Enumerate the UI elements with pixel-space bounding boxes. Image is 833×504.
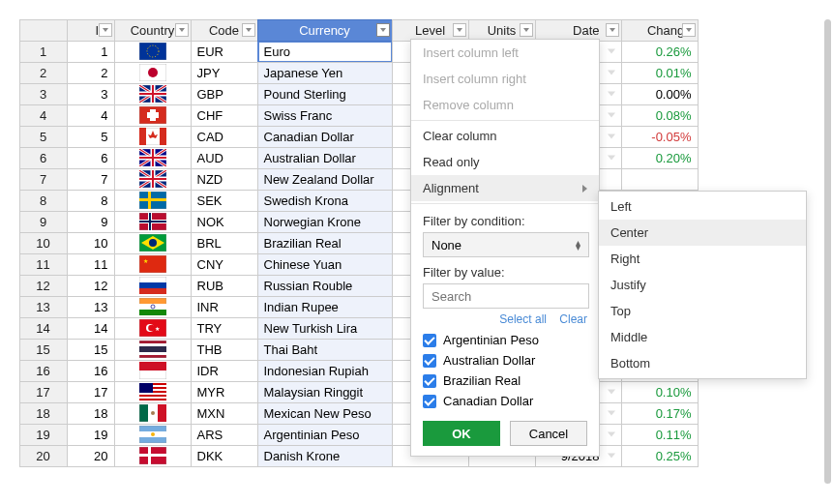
checkbox-checked-icon[interactable] <box>423 334 436 347</box>
cell-id[interactable]: 1 <box>67 41 115 63</box>
checkbox-checked-icon[interactable] <box>423 354 436 368</box>
cell-id[interactable]: 10 <box>67 232 115 254</box>
cell-country[interactable] <box>114 147 192 169</box>
filter-icon[interactable] <box>376 23 390 37</box>
vertical-scrollbar[interactable] <box>824 19 831 484</box>
row-header[interactable]: 2 <box>19 62 68 84</box>
cell-country[interactable] <box>114 381 192 403</box>
checkbox-checked-icon[interactable] <box>423 374 436 388</box>
menu-clear-column[interactable]: Clear column <box>411 123 599 149</box>
cell-country[interactable] <box>114 126 192 148</box>
cell-code[interactable]: NZD <box>191 168 258 191</box>
row-header[interactable]: 17 <box>19 381 68 403</box>
cell-change[interactable] <box>621 168 699 191</box>
cell-code[interactable]: AUD <box>191 147 258 169</box>
cell-country[interactable] <box>114 296 192 318</box>
row-header[interactable]: 13 <box>19 296 68 318</box>
cell-id[interactable]: 20 <box>67 445 115 467</box>
cell-country[interactable] <box>114 104 192 127</box>
cell-code[interactable]: DKK <box>191 445 258 467</box>
row-header[interactable]: 5 <box>19 126 68 148</box>
cell-change[interactable]: 0.01% <box>621 62 699 84</box>
cell-country[interactable]: ★ <box>114 317 192 340</box>
filter-icon[interactable] <box>606 23 619 37</box>
ok-button[interactable]: OK <box>423 421 500 446</box>
cell-code[interactable]: NOK <box>191 211 258 233</box>
header-id[interactable]: ID <box>67 19 115 42</box>
cell-id[interactable]: 17 <box>67 381 115 403</box>
cell-code[interactable]: JPY <box>191 62 258 84</box>
row-header[interactable]: 19 <box>19 424 68 446</box>
cell-id[interactable]: 11 <box>67 253 115 276</box>
cell-currency[interactable]: New Turkish Lira <box>257 317 393 340</box>
chevron-down-icon[interactable] <box>608 49 615 54</box>
corner-cell[interactable] <box>19 19 68 42</box>
filter-icon[interactable] <box>99 23 112 37</box>
cell-code[interactable]: ARS <box>191 424 258 446</box>
cell-id[interactable]: 12 <box>67 275 115 297</box>
cell-id[interactable]: 5 <box>67 126 115 148</box>
cell-currency[interactable]: Russian Rouble <box>257 275 393 297</box>
cell-id[interactable]: 18 <box>67 402 115 425</box>
cell-change[interactable]: 0.20% <box>621 147 699 169</box>
menu-read-only[interactable]: Read only <box>411 149 599 175</box>
cell-change[interactable]: -0.05% <box>621 126 699 148</box>
cell-id[interactable]: 19 <box>67 424 115 446</box>
chevron-down-icon[interactable] <box>608 156 615 161</box>
cell-country[interactable] <box>114 83 192 105</box>
filter-icon[interactable] <box>242 23 255 37</box>
chevron-down-icon[interactable] <box>608 432 615 437</box>
cell-currency[interactable]: Indonesian Rupiah <box>257 360 393 382</box>
filter-check-item[interactable]: Argentinian Peso <box>423 330 587 350</box>
submenu-item-bottom[interactable]: Bottom <box>599 350 806 376</box>
cell-currency[interactable]: Chinese Yuan <box>257 253 393 276</box>
cell-country[interactable] <box>114 445 192 467</box>
filter-check-item[interactable]: Australian Dollar <box>423 350 587 371</box>
cell-code[interactable]: GBP <box>191 83 258 105</box>
cell-change[interactable]: 0.00% <box>621 83 699 105</box>
filter-icon[interactable] <box>175 23 189 37</box>
filter-condition-select[interactable]: None▴▾ <box>423 232 589 257</box>
filter-search-input[interactable] <box>423 283 589 309</box>
cell-country[interactable] <box>114 168 192 191</box>
row-header[interactable]: 11 <box>19 253 68 276</box>
checkbox-checked-icon[interactable] <box>423 395 436 408</box>
cell-currency[interactable]: Euro <box>257 41 393 63</box>
filter-check-item[interactable]: Canadian Dollar <box>423 391 587 411</box>
cell-currency[interactable]: Swiss Franc <box>257 104 393 127</box>
filter-icon[interactable] <box>682 23 696 37</box>
menu-insert-left[interactable]: Insert column left <box>411 40 599 66</box>
cell-change[interactable]: 0.17% <box>621 402 699 425</box>
cell-change[interactable]: 0.10% <box>621 381 699 403</box>
cell-country[interactable] <box>114 232 192 254</box>
filter-checklist[interactable]: Argentinian PesoAustralian DollarBrazili… <box>423 330 587 411</box>
submenu-item-middle[interactable]: Middle <box>599 324 806 350</box>
select-all-link[interactable]: Select all <box>499 312 547 326</box>
cell-id[interactable]: 16 <box>67 360 115 382</box>
row-header[interactable]: 12 <box>19 275 68 297</box>
cell-id[interactable]: 6 <box>67 147 115 169</box>
cell-code[interactable]: CNY <box>191 253 258 276</box>
cell-country[interactable] <box>114 275 192 297</box>
cell-code[interactable]: THB <box>191 339 258 361</box>
cell-id[interactable]: 9 <box>67 211 115 233</box>
cell-id[interactable]: 8 <box>67 190 115 212</box>
chevron-down-icon[interactable] <box>608 71 615 75</box>
header-change[interactable]: Change <box>621 19 699 42</box>
menu-remove-column[interactable]: Remove column <box>411 92 599 118</box>
row-header[interactable]: 16 <box>19 360 68 382</box>
cell-currency[interactable]: Danish Krone <box>257 445 393 467</box>
cell-id[interactable]: 4 <box>67 104 115 127</box>
cell-currency[interactable]: Thai Baht <box>257 339 393 361</box>
cell-currency[interactable]: New Zealand Dollar <box>257 168 393 191</box>
cell-change[interactable]: 0.26% <box>621 41 699 63</box>
row-header[interactable]: 9 <box>19 211 68 233</box>
cell-code[interactable]: MXN <box>191 402 258 425</box>
chevron-down-icon[interactable] <box>608 390 615 395</box>
cell-id[interactable]: 13 <box>67 296 115 318</box>
chevron-down-icon[interactable] <box>608 92 615 97</box>
row-header[interactable]: 7 <box>19 168 68 191</box>
row-header[interactable]: 20 <box>19 445 68 467</box>
chevron-down-icon[interactable] <box>608 411 615 416</box>
cell-country[interactable] <box>114 41 192 63</box>
